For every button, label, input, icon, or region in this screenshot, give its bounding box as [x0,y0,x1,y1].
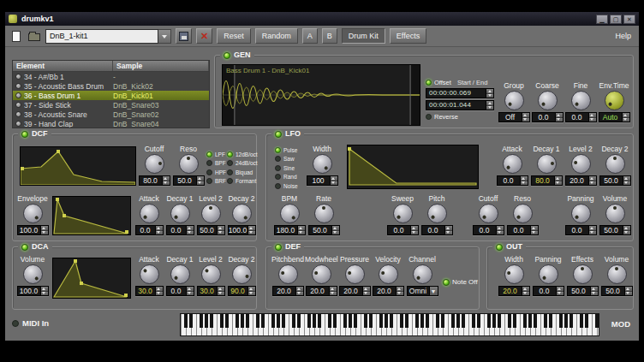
close-button[interactable]: ✕ [623,15,635,24]
dcf-decay2-dial[interactable] [232,204,252,223]
out-panning-dial[interactable] [539,264,558,284]
def-pressure-dial[interactable] [345,264,365,284]
spin-arrows[interactable] [555,113,563,122]
spin-arrows[interactable] [331,226,339,234]
spin-arrows[interactable] [623,176,630,185]
dcf-types-lpf[interactable]: LPF [206,150,226,159]
maximize-button[interactable]: ▢ [610,15,622,24]
def-pitchbend-value[interactable]: 20.0 [272,286,304,296]
dca-decay1-dial[interactable] [170,264,190,284]
element-row[interactable]: 34 - A#/Bb 1- [13,72,209,81]
lfo-pitch-knob[interactable]: Pitch0.0 [420,194,453,235]
lfo-attack-knob[interactable]: Attack0.0 [496,145,528,186]
lfo-shapes-noise[interactable]: Noise [275,181,298,191]
lfo-shapes-rand[interactable]: Rand [275,173,298,182]
help-menu[interactable]: Help [611,32,635,40]
dcf-filter-graph[interactable] [20,146,136,186]
tab-drum-kit[interactable]: Drum Kit [342,28,385,44]
def-pressure-knob[interactable]: Pressure20.0 [338,255,371,296]
lfo-level2-dial[interactable] [571,154,591,174]
gen-coarse-knob[interactable]: Coarse0.0 [531,81,564,122]
compare-b-button[interactable]: B [322,28,337,44]
spin-arrows[interactable] [622,113,629,122]
element-list-header[interactable]: Element Sample [13,61,209,72]
spin-arrows[interactable] [297,226,305,234]
lfo-decay1-value[interactable]: 80.0 [531,175,563,186]
dcf-cutoff-dial[interactable] [145,154,164,174]
dcf-level2-dial[interactable] [201,204,221,223]
dca-attack-value[interactable]: 30.0 [135,286,164,296]
lfo-decay2-dial[interactable] [605,154,625,174]
lfo-rate-knob[interactable]: Rate50.0 [307,194,340,235]
dcf-slopes-24db-oct[interactable]: 24dB/oct [227,159,258,169]
lfo-sweep-knob[interactable]: Sweep0.0 [386,194,419,235]
lfo-width-dial[interactable] [313,154,332,174]
lfo-cutoff-knob[interactable]: Cutoff0.0 [472,194,504,235]
spin-arrows[interactable] [530,226,538,234]
element-row[interactable]: 36 - Bass Drum 1DnB_Kick01 [13,91,209,100]
dcf-types-bpf[interactable]: BPF [206,159,226,169]
offset-checkbox[interactable] [426,80,432,86]
spin-arrows[interactable] [362,287,370,295]
spin-arrows[interactable] [196,176,204,185]
def-channel-knob[interactable]: ChannelOmni▼ [405,255,439,296]
spin-arrows[interactable] [396,287,403,295]
dcf-decay1-knob[interactable]: Decay 10.0 [165,194,194,235]
lfo-cutoff-dial[interactable] [479,204,498,223]
spin-arrows[interactable] [155,226,163,234]
dcf-led[interactable] [21,131,28,138]
lfo-shapes-saw[interactable]: Saw [275,155,298,164]
spin-arrows[interactable] [590,287,598,295]
spin-arrows[interactable] [40,287,48,295]
new-preset-icon[interactable] [9,28,23,44]
spin-arrows[interactable] [496,226,504,234]
spin-arrows[interactable] [186,287,194,295]
element-row[interactable]: 35 - Acoustic Bass DrumDnB_Kick02 [13,81,209,91]
spin-arrows[interactable] [588,113,596,122]
def-pitchbend-knob[interactable]: Pitchbend20.0 [271,255,304,296]
lfo-led[interactable] [275,131,282,138]
preset-name-field[interactable]: DnB_1-kit1 [45,29,158,44]
spin-arrows[interactable] [522,113,529,122]
dca-decay2-knob[interactable]: Decay 290.0 [227,255,256,296]
delete-preset-button[interactable]: ✕ [196,28,212,44]
spin-arrows[interactable] [40,226,48,234]
dca-decay2-value[interactable]: 90.0 [228,286,256,296]
spin-arrows[interactable] [330,176,337,185]
spin-arrows[interactable] [444,226,452,234]
lfo-width-knob[interactable]: Width100 [306,145,338,186]
dcf-reso-value[interactable]: 50.0 [173,175,205,186]
out-effects-knob[interactable]: Effects50.0 [566,255,599,296]
dcf-decay2-knob[interactable]: Decay 2100.0 [227,194,256,235]
spin-arrows[interactable] [217,226,224,234]
spin-arrows[interactable] [522,287,529,295]
spin-arrows[interactable] [247,226,255,234]
reset-button[interactable]: Reset [217,28,251,44]
def-modwheel-knob[interactable]: Modwheel20.0 [305,255,337,296]
spin-arrows[interactable] [410,226,418,234]
out-width-dial[interactable] [504,264,524,284]
gen-envtime-knob[interactable]: Env.TimeAuto [598,81,630,122]
spin-arrows[interactable] [329,287,337,295]
lfo-panning-knob[interactable]: Panning0.0 [564,194,597,235]
lfo-volume-value[interactable]: 50.0 [599,225,631,235]
midi-in-indicator[interactable]: MIDI In [12,318,49,328]
random-button[interactable]: Random [255,28,298,44]
dcf-slopes-formant[interactable]: Formant [227,177,258,187]
dcf-reso-knob[interactable]: Reso50.0 [172,145,205,186]
spin-arrows[interactable] [556,287,564,295]
dcf-attack-dial[interactable] [140,204,159,223]
out-panning-knob[interactable]: Panning0.0 [532,255,564,296]
out-effects-value[interactable]: 50.0 [567,286,599,296]
lfo-sweep-dial[interactable] [393,204,413,223]
spin-arrows[interactable] [162,176,170,185]
spin-arrows[interactable] [623,226,630,234]
dca-decay1-knob[interactable]: Decay 10.0 [165,255,194,296]
dca-attack-knob[interactable]: Attack30.0 [134,255,164,296]
spin-arrows[interactable] [588,226,596,234]
tab-effects[interactable]: Effects [390,28,426,44]
mod-label[interactable]: MOD [611,319,630,329]
preset-dropdown-button[interactable] [158,29,171,44]
lfo-volume-dial[interactable] [605,204,625,223]
spin-arrows[interactable] [486,101,493,110]
